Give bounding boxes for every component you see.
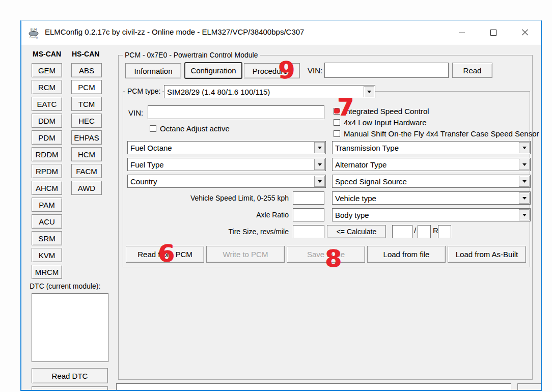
sidebar-item-abs[interactable]: ABS <box>71 63 102 77</box>
speed-limit-input[interactable] <box>293 191 324 205</box>
fuel-type-value: Fuel Type <box>128 160 314 169</box>
pcm-panel-title: PCM - 0x7E0 - Powertrain Control Module <box>123 51 260 59</box>
config-vin-input[interactable] <box>148 105 324 119</box>
annotation-check-mark <box>334 108 340 114</box>
minimize-button[interactable] <box>446 21 478 44</box>
app-icon: ELM Config <box>27 27 40 39</box>
sidebar-item-srm[interactable]: SRM <box>32 231 62 245</box>
pcm-type-dropdown[interactable]: SIM28/29 (1.4 80/1.6 100/115) <box>164 85 375 98</box>
vin-bar-label: VIN: <box>308 66 322 75</box>
pcm-type-value: SIM28/29 (1.4 80/1.6 100/115) <box>164 88 363 96</box>
hs-can-label: HS-CAN <box>72 50 99 58</box>
body-type-dropdown[interactable]: Body type <box>332 208 531 221</box>
fuel-octane-dropdown[interactable]: Fuel Octane <box>127 141 326 154</box>
sidebar-item-hcm[interactable]: HCM <box>71 147 102 161</box>
load-from-file-button[interactable]: Load from file <box>367 246 446 263</box>
ms-can-label: MS-CAN <box>33 50 61 58</box>
window-title: ELMConfig 0.2.17c by civil-zz - Online m… <box>45 27 304 36</box>
tire-size-input[interactable] <box>293 225 324 238</box>
pcm-module-panel: PCM - 0x7E0 - Powertrain Control Module … <box>118 55 533 380</box>
axle-ratio-input[interactable] <box>293 208 324 221</box>
tire-size-label: Tire Size, revs/mile <box>154 228 289 236</box>
minimize-icon <box>459 33 465 33</box>
country-value: Country <box>128 177 314 186</box>
sidebar-item-rddm[interactable]: RDDM <box>32 147 62 161</box>
maximize-button[interactable] <box>478 21 509 44</box>
sidebar-item-hec[interactable]: HEC <box>71 114 102 128</box>
alternator-type-value: Alternator Type <box>333 160 518 169</box>
fuel-octane-value: Fuel Octane <box>128 144 314 152</box>
tire-width-input[interactable] <box>392 225 412 238</box>
write-to-pcm-button: Write to PCM <box>206 246 285 263</box>
chevron-down-icon <box>314 142 325 153</box>
sidebar-item-ehpas[interactable]: EHPAS <box>71 130 102 145</box>
sidebar-item-eatc[interactable]: EATC <box>32 97 62 111</box>
sidebar-item-tcm[interactable]: TCM <box>71 97 102 111</box>
sidebar-item-rcm[interactable]: RCM <box>32 80 62 94</box>
svg-text:Config: Config <box>30 36 38 39</box>
load-from-as-built-button[interactable]: Load from As-Built <box>448 246 526 263</box>
clear-dtc-button[interactable]: Clear DTC <box>32 386 108 391</box>
read-from-pcm-button[interactable]: Read from PCM <box>126 246 204 263</box>
tab-procedures[interactable]: Procedures <box>244 63 300 78</box>
pcm-type-label: PCM type: <box>125 87 162 95</box>
manual-shift-label: Manual Shift On-the Fly 4x4 Transfer Cas… <box>344 129 539 138</box>
integrated-speed-control-label: Integrated Speed Control <box>344 107 429 116</box>
sidebar-item-awd[interactable]: AWD <box>71 181 102 195</box>
sidebar-item-acu[interactable]: ACU <box>32 214 62 229</box>
speed-limit-label: Vehicle Speed Limit, 0-255 kph <box>154 194 289 202</box>
chevron-down-icon <box>519 142 530 153</box>
tire-aspect-input[interactable] <box>418 225 431 238</box>
vehicle-type-value: Vehicle type <box>333 194 518 203</box>
axle-ratio-label: Axle Ratio <box>154 211 289 219</box>
tab-information[interactable]: Information <box>125 63 181 78</box>
bottom-partial-button[interactable] <box>517 383 542 391</box>
sidebar-item-pcm[interactable]: PCM <box>71 80 102 94</box>
calculate-button[interactable]: <= Calculate <box>327 225 386 238</box>
app-window: ELM Config ELMConfig 0.2.17c by civil-zz… <box>20 20 542 391</box>
manual-shift-checkbox[interactable]: Manual Shift On-the Fly 4x4 Transfer Cas… <box>334 129 539 138</box>
status-bar-input[interactable] <box>116 383 511 391</box>
sidebar-item-kvm[interactable]: KVM <box>32 248 62 262</box>
dtc-label: DTC (current module): <box>30 282 100 290</box>
close-icon <box>521 29 529 36</box>
sidebar-item-ddm[interactable]: DDM <box>32 114 62 128</box>
speed-signal-source-dropdown[interactable]: Speed Signal Source <box>332 175 531 188</box>
close-button[interactable] <box>509 21 541 44</box>
vin-read-button[interactable]: Read <box>452 63 492 78</box>
window-controls <box>446 21 541 44</box>
client-area: MS-CAN HS-CAN GEM RCM EATC DDM PDM RDDM … <box>21 45 541 390</box>
config-vin-label: VIN: <box>128 108 143 117</box>
save-to-file-button: Save to file <box>287 246 365 263</box>
dtc-list[interactable] <box>32 293 108 362</box>
pcm-type-panel: PCM type: SIM28/29 (1.4 80/1.6 100/115) … <box>123 91 530 267</box>
chevron-down-icon <box>519 209 530 220</box>
integrated-speed-control-checkbox[interactable]: Integrated Speed Control <box>334 107 429 116</box>
transmission-type-dropdown[interactable]: Transmission Type <box>332 141 531 154</box>
octane-adjust-checkbox[interactable]: Octane Adjust active <box>150 124 230 133</box>
sidebar-item-ahcm[interactable]: AHCM <box>32 181 62 195</box>
svg-text:ELM: ELM <box>31 27 37 31</box>
vin-bar-input[interactable] <box>324 63 449 78</box>
checkbox-icon <box>334 108 340 115</box>
sidebar-item-pam[interactable]: PAM <box>32 198 62 212</box>
4x4-low-input-checkbox[interactable]: 4x4 Low Input Hardware <box>334 118 427 127</box>
tire-rim-input[interactable] <box>438 225 451 238</box>
body-type-value: Body type <box>333 211 518 219</box>
chevron-down-icon <box>519 159 530 170</box>
alternator-type-dropdown[interactable]: Alternator Type <box>332 158 531 171</box>
country-dropdown[interactable]: Country <box>127 175 326 188</box>
chevron-down-icon <box>364 86 374 97</box>
maximize-icon <box>490 30 496 36</box>
fuel-type-dropdown[interactable]: Fuel Type <box>127 158 326 171</box>
sidebar-item-gem[interactable]: GEM <box>32 63 62 77</box>
tab-configuration[interactable]: Configuration <box>184 62 242 79</box>
sidebar-item-pdm[interactable]: PDM <box>32 130 62 145</box>
sidebar-item-mrcm[interactable]: MRCM <box>32 265 62 279</box>
octane-adjust-label: Octane Adjust active <box>160 124 230 133</box>
sidebar-item-rpdm[interactable]: RPDM <box>32 164 62 178</box>
vehicle-type-dropdown[interactable]: Vehicle type <box>332 191 531 205</box>
read-dtc-button[interactable]: Read DTC <box>32 368 108 383</box>
checkbox-icon <box>334 119 340 126</box>
sidebar-item-facm[interactable]: FACM <box>71 164 102 178</box>
